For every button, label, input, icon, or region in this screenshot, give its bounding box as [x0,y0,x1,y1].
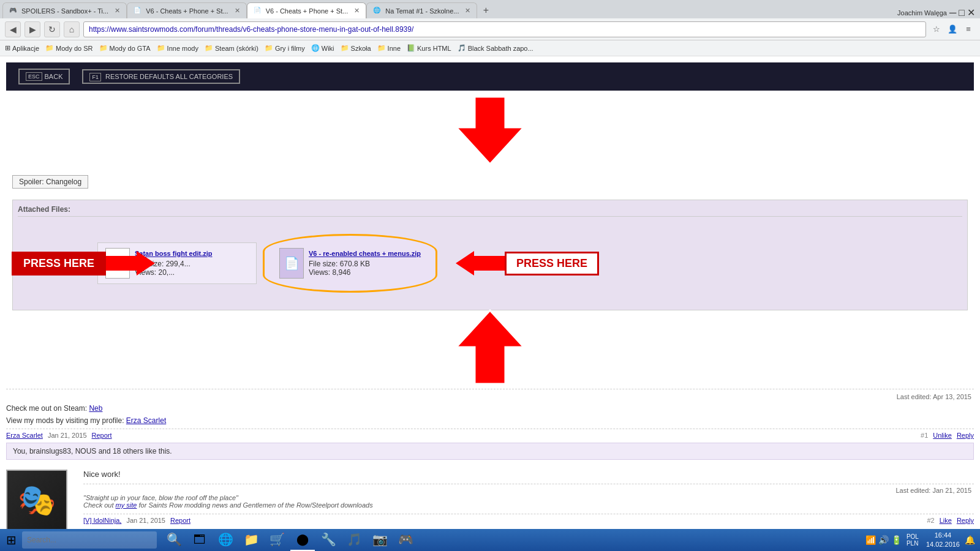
file-1-icon: 📄 [105,248,130,279]
taskbar-clock[interactable]: 16:44 14.02.2016 [926,531,960,550]
bookmark-gry[interactable]: 📁 Gry i filmy [265,44,305,52]
profile-link[interactable]: Erza Scarlet [126,416,166,425]
folder-icon-sr: 📁 [45,44,54,52]
visit-profile-label: View my mods by visiting my profile: [6,416,124,425]
unlike-link[interactable]: Unlike [933,432,952,439]
profile-icon[interactable]: 👤 [946,23,959,36]
taskbar: ⊞ 🔍 🗔 🌐 📁 🛒 ⬤ 🔧 🎵 📷 🎮 📶 🔊 🔋 POLPLN 16:44… [0,529,980,551]
bookmark-steam-label: Steam (skórki) [215,45,258,52]
taskbar-app-edge[interactable]: 🌐 [213,529,238,551]
bookmark-mody-gta-label: Mody do GTA [110,45,151,52]
file-1-views: Views: 20,... [135,268,213,277]
refresh-button[interactable]: ↻ [44,21,60,37]
forward-button[interactable]: ▶ [24,21,40,37]
post-2-text: Nice work! [83,470,974,479]
folder-icon-gta: 📁 [99,44,108,52]
taskbar-app-cortana[interactable]: 🔍 [162,529,186,551]
volume-icon[interactable]: 🔊 [878,535,889,545]
user-links: Check me out on Steam: Neb [6,404,974,413]
post-2-report[interactable]: Report [170,517,190,524]
taskbar-app-misc4[interactable]: 🎮 [393,529,418,551]
post-1-meta: Erza Scarlet Jan 21, 2015 Report #1 Unli… [6,429,974,439]
folder-icon-szkola: 📁 [341,44,349,52]
svg-marker-0 [456,97,524,164]
taskbar-time-value: 16:44 [926,531,960,540]
taskbar-app-chrome[interactable]: ⬤ [290,529,315,551]
sig-site-link[interactable]: my site [116,501,137,509]
taskbar-date-value: 14.02.2016 [926,540,960,549]
bookmark-mody-gta[interactable]: 📁 Mody do GTA [99,44,151,52]
bookmark-inne-mody[interactable]: 📁 Inne mody [157,44,198,52]
bookmark-inne-mody-label: Inne mody [167,45,198,52]
back-button[interactable]: ◀ [5,21,21,37]
likes-text: You, brainslugs83, NOUS and 18 others li… [13,447,172,455]
post-2-last-edited: Last edited: Jan 21, 2015 [83,484,974,494]
file-item-2[interactable]: 📄 V6 - re-enabled cheats + menus.zip Fil… [263,234,437,293]
tab-1-close[interactable]: ✕ [115,7,120,15]
post-1-report[interactable]: Report [92,432,112,439]
bookmark-inne[interactable]: 📁 Inne [377,44,401,52]
maximize-button[interactable]: □ [959,7,965,18]
notification-icon[interactable]: 🔔 [965,535,975,545]
post-2-meta: [V] IdolNinja, Jan 21, 2015 Report #2 Li… [83,514,974,524]
arrow-left-right [456,251,505,276]
file-2-size: File size: 670.8 KB [309,260,421,268]
bookmark-sabbath[interactable]: 🎵 Black Sabbath zapo... [458,44,533,52]
restore-btn[interactable]: F1 RESTORE DEFAULTS ALL CATEGORIES [82,69,240,84]
taskbar-app-taskview[interactable]: 🗔 [187,529,212,551]
taskbar-app-misc1[interactable]: 🔧 [316,529,341,551]
file-1-size: File size: 299,4... [135,260,213,268]
minimize-button[interactable]: ─ [949,7,956,18]
reply-link-2[interactable]: Reply [957,517,974,524]
post-1-author-link[interactable]: Erza Scarlet [6,432,43,439]
tab-4-close[interactable]: ✕ [465,7,470,15]
tab-4-favicon: 🌐 [373,7,382,15]
taskbar-app-misc3[interactable]: 📷 [368,529,392,551]
tab-3-favicon: 📄 [254,7,262,15]
reply-link-1[interactable]: Reply [957,432,974,439]
taskbar-app-explorer[interactable]: 📁 [239,529,263,551]
last-edited: Last edited: Apr 13, 2015 [6,389,974,400]
tab-3-close[interactable]: ✕ [354,7,360,15]
profile-link-row: View my mods by visiting my profile: Erz… [6,416,974,425]
sig-line2-prefix: Check out [83,501,116,509]
bookmark-mody-sr[interactable]: 📁 Mody do SR [45,44,93,52]
battery-icon[interactable]: 🔋 [891,535,902,545]
home-button[interactable]: ⌂ [64,21,80,37]
tab-2-close[interactable]: ✕ [235,7,240,15]
post-2-author-link[interactable]: [V] IdolNinja, [83,517,121,524]
file-1-info: Satan boss fight edit.zip File size: 299… [135,250,213,277]
taskbar-app-misc2[interactable]: 🎵 [342,529,366,551]
start-button[interactable]: ⊞ [0,529,22,551]
file-item-1[interactable]: 📄 Satan boss fight edit.zip File size: 2… [97,242,257,284]
tab-4[interactable]: 🌐 Na Temat #1 - Szkolne... ✕ [366,2,477,18]
bookmark-kurs[interactable]: 📗 Kurs HTML [407,44,451,52]
post-2-like[interactable]: Like [940,517,952,524]
back-btn[interactable]: ESC BACK [18,69,70,84]
taskbar-app-store[interactable]: 🛒 [265,529,289,551]
spoiler-button[interactable]: Spoiler: Changelog [12,175,88,189]
taskbar-search[interactable] [22,531,157,549]
steam-link[interactable]: Neb [89,404,102,413]
bookmark-star-icon[interactable]: ☆ [930,23,943,36]
bookmark-apps[interactable]: ⊞ Aplikacje [5,44,39,52]
tab-3[interactable]: 📄 V6 - Cheats + Phone + St... ✕ [247,2,367,18]
bookmark-steam[interactable]: 📁 Steam (skórki) [205,44,258,52]
menu-icon[interactable]: ≡ [962,23,975,36]
likes-bar: You, brainslugs83, NOUS and 18 others li… [6,443,974,460]
network-icon[interactable]: 📶 [865,535,876,545]
new-tab-button[interactable]: + [477,2,494,18]
tab-3-label: V6 - Cheats + Phone + St... [266,7,349,15]
file-2-icon: 📄 [279,248,304,279]
close-button[interactable]: ✕ [967,7,975,18]
kurs-icon: 📗 [407,44,415,52]
address-bar[interactable] [83,21,926,37]
bookmark-wiki[interactable]: 🌐 Wiki [311,44,334,52]
tab-2[interactable]: 📄 V6 - Cheats + Phone + St... ✕ [127,2,247,18]
file-2-name: V6 - re-enabled cheats + menus.zip [309,250,421,257]
bookmark-sabbath-label: Black Sabbath zapo... [468,45,533,52]
post-1-actions: #1 Unlike Reply [921,432,974,439]
restore-label: RESTORE DEFAULTS ALL CATEGORIES [105,73,233,80]
bookmark-szkola[interactable]: 📁 Szkoła [341,44,371,52]
tab-1[interactable]: 🎮 SPOILERS - Sandbox+ - Ti... ✕ [2,2,127,18]
